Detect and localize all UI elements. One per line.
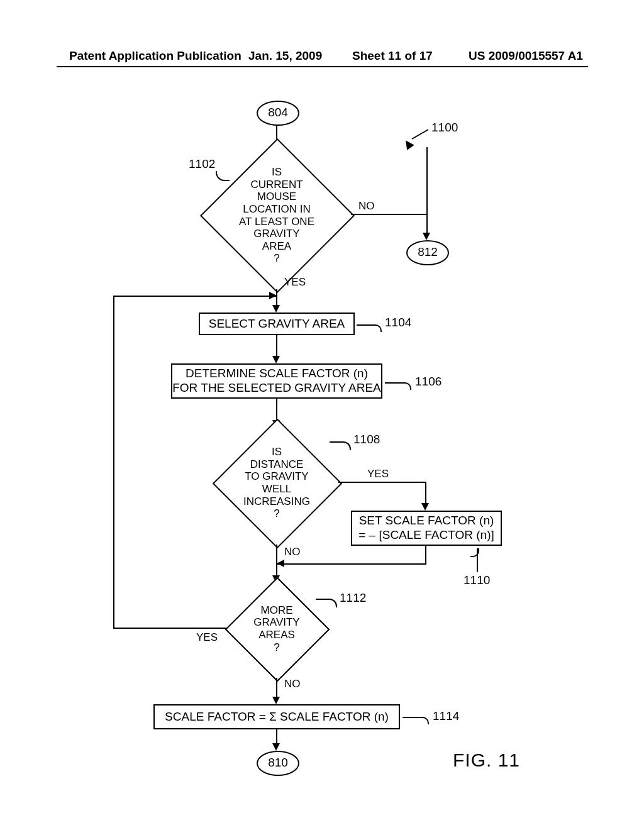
ref-1114-label: 1114 xyxy=(433,709,459,723)
ref-1100-lead xyxy=(412,129,429,140)
label-1112-no: NO xyxy=(284,678,301,690)
conn-1110-down xyxy=(425,546,426,565)
arrow-join xyxy=(269,292,277,299)
ref-1100-arrow xyxy=(402,138,414,150)
decision-1102-text: IS CURRENT MOUSE LOCATION IN AT LEAST ON… xyxy=(220,154,333,277)
ref-1114-lead xyxy=(402,717,429,724)
process-1114: SCALE FACTOR = Σ SCALE FACTOR (n) xyxy=(153,704,400,729)
conn-1102-no-v xyxy=(426,147,428,215)
decision-1108-text: IS DISTANCE TO GRAVITY WELL INCREASING ? xyxy=(226,429,327,536)
label-1108-yes: YES xyxy=(367,468,389,480)
ref-1108-label: 1108 xyxy=(353,433,380,446)
hdr-publication: Patent Application Publication xyxy=(69,49,242,63)
ref-1100-label: 1100 xyxy=(431,121,458,135)
label-1102-no: NO xyxy=(358,200,375,213)
ref-1112-label: 1112 xyxy=(340,591,366,605)
patent-figure-page: Patent Application Publication Jan. 15, … xyxy=(0,0,644,830)
process-1104: SELECT GRAVITY AREA xyxy=(199,313,355,335)
terminator-812: 812 xyxy=(406,240,449,265)
label-1108-no: NO xyxy=(284,546,301,558)
conn-1110-merge-h xyxy=(277,563,426,565)
ref-1102-label: 1102 xyxy=(189,157,215,171)
conn-to-812 xyxy=(426,214,428,234)
hdr-sheet: Sheet 11 of 17 xyxy=(352,49,433,63)
arrow-to-1110 xyxy=(421,503,429,511)
conn-loop-h-bottom xyxy=(113,628,226,629)
conn-1108-yes-v xyxy=(425,482,426,506)
figure-caption: FIG. 11 xyxy=(453,750,520,771)
header-rule xyxy=(57,66,588,67)
ref-1110-label: 1110 xyxy=(464,573,490,587)
process-1106: DETERMINE SCALE FACTOR (n) FOR THE SELEC… xyxy=(171,363,382,399)
label-1102-yes: YES xyxy=(284,276,306,289)
label-1112-yes: YES xyxy=(196,631,218,644)
terminator-804: 804 xyxy=(257,101,299,126)
conn-loop-v xyxy=(113,296,114,629)
arrow-to-1104 xyxy=(272,305,280,313)
conn-1102-no-h xyxy=(351,214,428,215)
arrow-to-1114 xyxy=(272,697,280,704)
decision-1112-text: MORE GRAVITY AREAS ? xyxy=(233,590,321,668)
hdr-docnum: US 2009/0015557 A1 xyxy=(469,49,583,63)
conn-1112-no xyxy=(276,678,277,699)
ref-1102-lead xyxy=(216,171,230,181)
conn-loop-h-top xyxy=(113,296,258,297)
conn-1104-to-1106 xyxy=(276,335,277,358)
process-1110: SET SCALE FACTOR (n) = – [SCALE FACTOR (… xyxy=(351,511,502,546)
arrow-merge-left xyxy=(277,560,284,567)
conn-1108-yes-h xyxy=(338,482,426,483)
ref-1108-lead xyxy=(330,441,351,450)
terminator-810: 810 xyxy=(257,751,299,776)
ref-1106-label: 1106 xyxy=(415,375,441,389)
ref-1112-lead xyxy=(316,599,337,607)
ref-1104-lead xyxy=(357,324,382,332)
ref-1104-label: 1104 xyxy=(385,316,411,329)
hdr-date: Jan. 15, 2009 xyxy=(248,49,322,63)
ref-1106-lead xyxy=(385,382,411,390)
arrow-to-1106 xyxy=(272,356,280,363)
arrow-to-810 xyxy=(272,743,280,751)
